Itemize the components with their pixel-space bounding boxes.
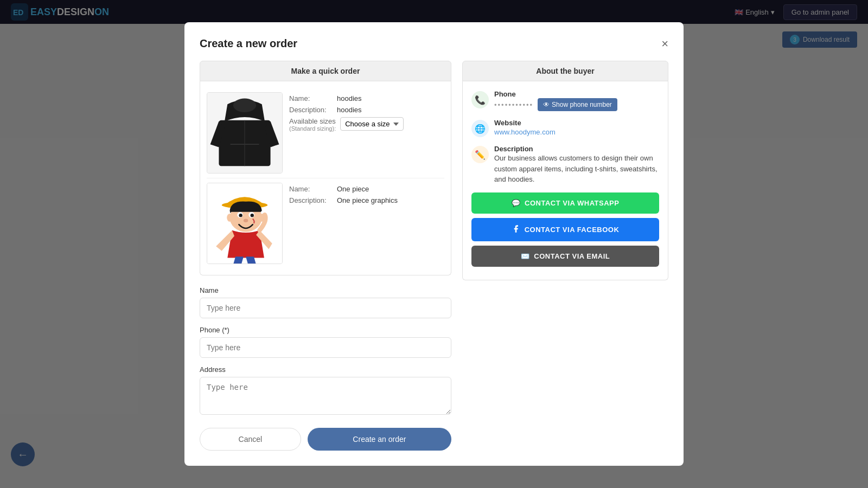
luffy-desc-value: One piece graphics (337, 196, 398, 204)
quick-order-panel: Name: hoodies Description: hoodies Avail… (200, 81, 451, 275)
website-content: Website www.hoodyme.com (494, 119, 659, 137)
luffy-name-value: One piece (337, 185, 369, 193)
name-input[interactable] (200, 298, 451, 318)
quick-order-header: Make a quick order (200, 61, 451, 81)
left-panel: Make a quick order (200, 61, 451, 451)
buyer-description-row: ✏️ Description Our business allows custo… (471, 145, 659, 185)
website-icon-wrapper: 🌐 (471, 120, 489, 137)
facebook-icon (512, 224, 520, 235)
phone-label: Phone (*) (200, 326, 451, 334)
show-phone-label: Show phone number (552, 101, 612, 108)
luffy-desc-label: Description: (289, 196, 333, 204)
address-form-group: Address (200, 365, 451, 417)
whatsapp-label: CONTACT VIA WHATSAPP (525, 199, 619, 207)
email-label: CONTACT VIA EMAIL (534, 252, 610, 260)
luffy-desc-row: Description: One piece graphics (289, 196, 444, 204)
create-order-button[interactable]: Create an order (308, 428, 451, 451)
svg-point-12 (251, 214, 254, 217)
hoodie-name-value: hoodies (337, 94, 362, 102)
name-form-group: Name (200, 286, 451, 318)
close-modal-button[interactable]: × (661, 38, 668, 50)
order-form: Name Phone (*) Address Cancel Create an … (200, 286, 451, 451)
phone-field-label: Phone (494, 90, 659, 98)
facebook-button[interactable]: CONTACT VIA FACEBOOK (471, 218, 659, 241)
whatsapp-icon: 💬 (512, 199, 521, 207)
svg-point-11 (239, 214, 242, 217)
svg-point-13 (244, 219, 248, 222)
hoodie-name-row: Name: hoodies (289, 94, 444, 102)
hoodie-desc-label: Description: (289, 106, 333, 114)
modal-body: Make a quick order (200, 61, 668, 451)
size-label-wrapper: Available sizes (Standard sizing): (289, 117, 336, 132)
modal-header: Create a new order × (200, 37, 668, 50)
address-label: Address (200, 365, 451, 374)
buyer-phone-row: 📞 Phone ••••••••••• 👁 Show phone number (471, 90, 659, 111)
phone-masked: ••••••••••• (494, 101, 533, 109)
facebook-label: CONTACT VIA FACEBOOK (525, 226, 620, 234)
description-field-label: Description (494, 145, 659, 153)
svg-point-5 (233, 99, 256, 112)
size-label: Available sizes (289, 117, 336, 125)
product-thumbnail-luffy (207, 183, 283, 264)
buyer-website-row: 🌐 Website www.hoodyme.com (471, 119, 659, 137)
phone-row: ••••••••••• 👁 Show phone number (494, 98, 659, 111)
description-content: Description Our business allows customer… (494, 145, 659, 185)
whatsapp-button[interactable]: 💬 CONTACT VIA WHATSAPP (471, 192, 659, 214)
size-sublabel: (Standard sizing): (289, 125, 336, 132)
size-select[interactable]: Choose a size XS S M L XL XXL (340, 117, 404, 131)
address-input[interactable] (200, 377, 451, 415)
website-link[interactable]: www.hoodyme.com (494, 128, 556, 136)
phone-input[interactable] (200, 337, 451, 358)
hoodie-size-row: Available sizes (Standard sizing): Choos… (289, 117, 444, 132)
luffy-image (207, 183, 282, 264)
phone-icon-wrapper: 📞 (471, 91, 489, 108)
hoodie-desc-value: hoodies (337, 106, 362, 114)
product-thumbnail-hoodie (207, 92, 283, 174)
product-info-hoodie: Name: hoodies Description: hoodies Avail… (289, 92, 444, 174)
product-info-luffy: Name: One piece Description: One piece g… (289, 183, 444, 264)
phone-icon: 📞 (475, 95, 486, 105)
globe-icon: 🌐 (475, 124, 486, 134)
luffy-name-row: Name: One piece (289, 185, 444, 193)
hoodie-desc-row: Description: hoodies (289, 106, 444, 114)
form-actions: Cancel Create an order (200, 428, 451, 451)
website-field-label: Website (494, 119, 659, 127)
product-row-luffy: Name: One piece Description: One piece g… (207, 178, 444, 268)
create-order-modal: Create a new order × Make a quick order (184, 22, 684, 466)
buyer-panel: 📞 Phone ••••••••••• 👁 Show phone number (462, 81, 668, 280)
name-label: Name (200, 286, 451, 294)
email-button[interactable]: ✉️ CONTACT VIA EMAIL (471, 246, 659, 267)
description-icon-wrapper: ✏️ (471, 146, 489, 163)
phone-content: Phone ••••••••••• 👁 Show phone number (494, 90, 659, 111)
buyer-panel-header: About the buyer (462, 61, 668, 81)
info-icon: ✏️ (475, 150, 486, 160)
cancel-button[interactable]: Cancel (200, 428, 301, 451)
product-row: Name: hoodies Description: hoodies Avail… (207, 88, 444, 178)
modal-title: Create a new order (200, 37, 297, 50)
description-text: Our business allows customers to design … (494, 153, 659, 185)
luffy-name-label: Name: (289, 185, 333, 193)
phone-form-group: Phone (*) (200, 326, 451, 358)
hoodie-name-label: Name: (289, 94, 333, 102)
show-phone-button[interactable]: 👁 Show phone number (538, 98, 617, 111)
right-panel: About the buyer 📞 Phone ••••••••••• 👁 Sh… (462, 61, 668, 451)
eye-icon: 👁 (543, 101, 550, 108)
svg-point-14 (227, 214, 233, 222)
hoodie-image (207, 93, 282, 173)
email-icon: ✉️ (521, 252, 530, 260)
